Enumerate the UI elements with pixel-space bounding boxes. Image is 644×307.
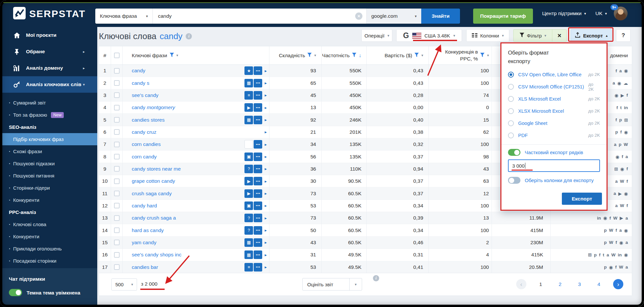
info-icon[interactable]: i (186, 33, 192, 39)
row-checkbox[interactable] (114, 240, 120, 245)
serp-feature-video-icon[interactable]: ▶ (244, 103, 253, 112)
sidebar-item-keyword-analysis[interactable]: Аналіз ключових слів▾ (0, 76, 97, 93)
expand-row-icon[interactable]: ▸ (264, 179, 267, 184)
expand-row-icon[interactable]: ▸ (264, 130, 267, 134)
page-size-select[interactable]: 500 ▾ (111, 278, 137, 291)
row-checkbox[interactable] (114, 215, 120, 221)
radio-button[interactable] (508, 84, 514, 90)
export-submit-button[interactable]: Експорт (562, 193, 602, 205)
expand-row-icon[interactable]: ▸ (264, 81, 267, 85)
row-checkbox[interactable] (114, 227, 120, 233)
keyword-link[interactable]: candy s (132, 80, 244, 86)
select-all-checkbox[interactable] (114, 53, 120, 58)
row-checkbox[interactable] (114, 68, 120, 74)
sidebar-subitem[interactable]: Сумарний звіт (0, 97, 97, 109)
sidebar-subitem[interactable]: Конкуренти (0, 194, 97, 206)
page-number-1[interactable]: 1 (531, 281, 550, 287)
expand-row-icon[interactable]: ▸ (264, 117, 267, 122)
row-checkbox[interactable] (114, 154, 120, 159)
serp-feature-more-icon[interactable]: ••• (254, 140, 262, 149)
serp-feature-more-icon[interactable]: ••• (254, 79, 262, 87)
columns-export-toggle[interactable] (508, 177, 520, 184)
keyword-link[interactable]: corn candy (132, 154, 244, 160)
serp-feature-video-icon[interactable]: ▶ (244, 189, 253, 198)
page-number-2[interactable]: 2 (550, 281, 570, 287)
keyword-link[interactable]: candy cruz (132, 129, 262, 135)
serp-feature-more-icon[interactable]: ••• (254, 103, 262, 112)
serp-feature-chat-icon[interactable]: ▣ (244, 153, 253, 161)
dark-theme-toggle[interactable] (9, 289, 22, 296)
row-checkbox[interactable] (114, 264, 120, 270)
keyword-link[interactable]: candy crush saga a (132, 215, 244, 221)
chevron-down-icon[interactable]: ▾ (421, 54, 423, 57)
keyword-link[interactable]: candies bar (132, 264, 244, 270)
serp-feature-more-icon[interactable]: ••• (254, 214, 262, 222)
filter-icon[interactable] (480, 53, 485, 59)
keyword-link[interactable]: grape cotton candy (132, 178, 244, 184)
row-checkbox[interactable] (114, 129, 120, 135)
prev-page-button[interactable]: ‹ (516, 279, 526, 289)
row-checkbox[interactable] (114, 80, 120, 86)
filter-icon[interactable] (307, 53, 312, 59)
export-format-option[interactable]: PDFдо 2K (508, 129, 600, 141)
export-format-option[interactable]: CSV Microsoft Office (CP1251)до 2K (508, 81, 600, 93)
search-engine-select[interactable]: google.com ▾ (366, 9, 421, 24)
radio-button[interactable] (508, 120, 514, 126)
serp-feature-question-icon[interactable]: ? (244, 226, 253, 235)
expand-row-icon[interactable]: ▸ (264, 252, 267, 257)
serp-feature-images-icon[interactable]: ▦ (244, 238, 253, 247)
radio-button[interactable] (508, 72, 514, 78)
sidebar-subitem[interactable]: Конкуренти (0, 230, 97, 243)
row-checkbox[interactable] (114, 117, 120, 123)
upgrade-plan-button[interactable]: Покращити тариф (473, 9, 533, 24)
keyword-link[interactable]: candy stores near me (132, 166, 244, 172)
serp-feature-images-icon[interactable]: ▦ (244, 250, 253, 259)
serp-feature-more-icon[interactable]: ••• (254, 153, 262, 161)
operations-button[interactable]: Операції ▾ (361, 29, 392, 42)
radio-button[interactable] (508, 132, 514, 138)
language-select[interactable]: UK ▾ (595, 0, 607, 27)
expand-row-icon[interactable]: ▸ (264, 142, 267, 147)
filter-icon[interactable] (352, 53, 356, 59)
serp-feature-list-icon[interactable]: ≡ (244, 263, 253, 272)
sidebar-item-pin[interactable]: Обране▸ (0, 43, 97, 60)
serp-feature-more-icon[interactable]: ••• (254, 226, 262, 235)
expand-row-icon[interactable]: ▸ (264, 216, 267, 221)
serp-feature-more-icon[interactable]: ••• (254, 116, 262, 124)
row-checkbox[interactable] (114, 166, 120, 172)
expand-row-icon[interactable]: ▸ (264, 228, 267, 233)
keyword-link[interactable]: crush saga candy (132, 191, 244, 197)
serp-feature-more-icon[interactable]: ••• (254, 165, 262, 173)
sidebar-subitem[interactable]: Схожі фрази (0, 145, 97, 157)
chevron-down-icon[interactable]: ▾ (487, 54, 489, 57)
serp-feature-more-icon[interactable]: ••• (254, 238, 262, 247)
keyword-link[interactable]: candy hard (132, 203, 244, 209)
sidebar-subitem[interactable]: Топ за фразоюNew (0, 109, 97, 121)
serp-feature-list-icon[interactable]: ≡ (244, 91, 253, 100)
keyword-link[interactable]: yam candy (132, 240, 244, 246)
keyword-link[interactable]: candy montgomery (132, 105, 244, 110)
serp-feature-question-icon[interactable]: ? (244, 214, 253, 222)
row-checkbox[interactable] (114, 252, 120, 258)
keyword-link[interactable]: candy (132, 68, 244, 74)
sidebar-subitem[interactable]: Сторінки-лідери (0, 182, 97, 194)
clear-filter-button[interactable]: × (552, 30, 566, 41)
region-select-button[interactable]: G США 3.48K ▾ (396, 29, 462, 42)
search-type-select[interactable]: Ключова фраза ▾ (95, 9, 153, 24)
sidebar-subitem[interactable]: Ключові слова (0, 218, 97, 230)
serp-feature-more-icon[interactable]: ••• (254, 201, 262, 210)
page-number-4[interactable]: 4 (589, 281, 609, 287)
info-icon[interactable]: i (373, 275, 379, 281)
keyword-link[interactable]: corn candies (132, 141, 244, 147)
serp-feature-video-icon[interactable]: ▶ (244, 177, 253, 185)
clear-search-icon[interactable]: × (355, 12, 362, 20)
keyword-link[interactable]: see's candy shops inc (132, 252, 244, 258)
help-button[interactable]: ? (616, 29, 631, 42)
keyword-link[interactable]: candies stores (132, 117, 244, 123)
serp-feature-images-icon[interactable]: ▦ (244, 79, 253, 87)
support-chat-link[interactable]: Чат підтримки (9, 276, 88, 282)
serp-feature-more-icon[interactable]: ••• (254, 263, 262, 272)
expand-row-icon[interactable]: ▸ (264, 166, 267, 171)
keyword-link[interactable]: hard as candy (132, 227, 244, 233)
serp-feature-images-icon[interactable]: ▦ (244, 116, 253, 124)
